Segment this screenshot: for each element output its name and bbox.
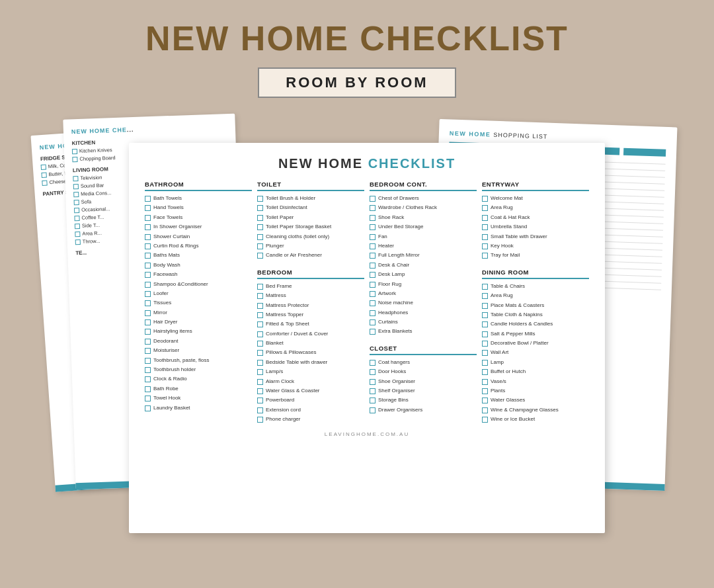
checkbox[interactable] (145, 196, 151, 202)
checkbox[interactable] (145, 300, 151, 306)
checkbox[interactable] (257, 196, 263, 202)
checkbox[interactable] (257, 243, 263, 249)
checkbox[interactable] (257, 388, 263, 394)
list-item: Vase/s (482, 378, 589, 385)
checkbox[interactable] (482, 398, 488, 403)
checkbox[interactable] (257, 350, 263, 356)
checkbox[interactable] (145, 263, 151, 269)
checkbox[interactable] (257, 331, 263, 337)
checkbox[interactable] (482, 253, 488, 259)
checkbox[interactable] (257, 284, 263, 290)
list-item: Water Glass & Coaster (257, 388, 364, 394)
checkbox[interactable] (482, 341, 488, 347)
checkbox[interactable] (370, 407, 376, 413)
checkbox[interactable] (370, 215, 376, 221)
checkbox[interactable] (482, 379, 488, 385)
checkbox[interactable] (257, 312, 263, 318)
checkbox[interactable] (257, 205, 263, 211)
checkbox[interactable] (370, 272, 376, 278)
checkbox[interactable] (257, 253, 263, 259)
checkbox[interactable] (145, 348, 151, 354)
checkbox[interactable] (257, 224, 263, 230)
checkbox[interactable] (145, 386, 151, 392)
checkbox[interactable] (257, 360, 263, 366)
back-left2-title: NEW HOME CHE... (71, 123, 227, 135)
list-item: Full Length Mirror (370, 252, 477, 259)
checkbox[interactable] (370, 329, 376, 335)
checkbox[interactable] (257, 321, 263, 327)
checkbox[interactable] (145, 243, 151, 249)
checkbox[interactable] (482, 224, 488, 230)
checkbox[interactable] (257, 215, 263, 221)
checkbox[interactable] (145, 376, 151, 382)
checkbox[interactable] (370, 398, 376, 403)
checkbox[interactable] (482, 369, 488, 375)
checkbox[interactable] (370, 282, 376, 288)
checkbox[interactable] (370, 291, 376, 297)
list-item: Bath Robe (145, 386, 252, 392)
checkbox[interactable] (145, 339, 151, 345)
checkbox[interactable] (482, 321, 488, 327)
checkbox[interactable] (482, 312, 488, 318)
checkbox[interactable] (482, 350, 488, 356)
checkbox[interactable] (257, 398, 263, 403)
checkbox[interactable] (482, 331, 488, 337)
checkbox[interactable] (145, 272, 151, 278)
checkbox[interactable] (145, 396, 151, 401)
checkbox[interactable] (370, 263, 376, 269)
checkbox[interactable] (145, 310, 151, 316)
checkbox[interactable] (370, 224, 376, 230)
checkbox[interactable] (145, 291, 151, 297)
list-item: Blanket (257, 340, 364, 347)
checkbox[interactable] (482, 388, 488, 394)
list-item: Mattress Protector (257, 302, 364, 309)
checkbox[interactable] (145, 234, 151, 240)
checkbox[interactable] (145, 253, 151, 259)
checkbox[interactable] (145, 319, 151, 325)
checkbox[interactable] (257, 234, 263, 240)
checkbox[interactable] (370, 243, 376, 249)
checkbox[interactable] (482, 196, 488, 202)
checkbox[interactable] (482, 205, 488, 211)
checkbox[interactable] (482, 234, 488, 240)
checkbox[interactable] (145, 358, 151, 364)
checkbox[interactable] (145, 329, 151, 335)
list-item: Face Towels (145, 214, 252, 221)
checkbox[interactable] (257, 293, 263, 299)
checkbox[interactable] (257, 369, 263, 375)
checkbox[interactable] (482, 293, 488, 299)
checkbox[interactable] (370, 300, 376, 306)
checkbox[interactable] (257, 341, 263, 347)
checkbox[interactable] (482, 243, 488, 249)
list-item: Hairstyling items (145, 328, 252, 335)
checkbox[interactable] (370, 388, 376, 394)
checkbox[interactable] (145, 215, 151, 221)
list-item: Wardrobe / Clothes Rack (370, 204, 477, 211)
checkbox[interactable] (370, 196, 376, 202)
checkbox[interactable] (482, 303, 488, 309)
checkbox[interactable] (257, 407, 263, 413)
checkbox[interactable] (257, 379, 263, 385)
checkbox[interactable] (482, 284, 488, 290)
checkbox[interactable] (482, 215, 488, 221)
checkbox[interactable] (370, 310, 376, 316)
checkbox[interactable] (482, 360, 488, 366)
list-item: Toilet Brush & Holder (257, 195, 364, 202)
checkbox[interactable] (370, 234, 376, 240)
checkbox[interactable] (482, 417, 488, 423)
checkbox[interactable] (257, 417, 263, 423)
checkbox[interactable] (145, 282, 151, 288)
checkbox[interactable] (482, 407, 488, 413)
checkbox[interactable] (370, 205, 376, 211)
checkbox[interactable] (145, 367, 151, 373)
checkbox[interactable] (145, 205, 151, 211)
list-item: Lamp/s (257, 368, 364, 375)
checkbox[interactable] (145, 224, 151, 230)
checkbox[interactable] (370, 379, 376, 385)
checkbox[interactable] (370, 369, 376, 375)
checkbox[interactable] (257, 303, 263, 309)
checkbox[interactable] (145, 405, 151, 411)
checkbox[interactable] (370, 360, 376, 366)
checkbox[interactable] (370, 253, 376, 259)
checkbox[interactable] (370, 319, 376, 325)
